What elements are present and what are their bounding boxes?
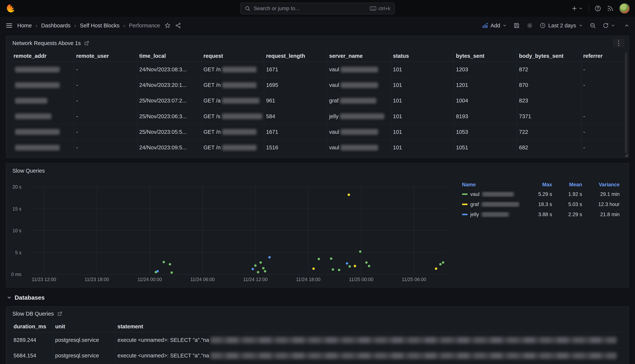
table-cell <box>12 62 74 77</box>
legend-series-name: vaul <box>462 192 520 197</box>
column-header[interactable]: body_bytes_sent <box>517 50 581 62</box>
grafana-logo-icon[interactable] <box>5 3 16 14</box>
scatter-point <box>169 263 171 266</box>
table-cell: - <box>74 78 137 93</box>
share-button[interactable] <box>175 22 181 28</box>
panel-title-slow-queries[interactable]: Slow Queries <box>12 168 45 174</box>
redacted-statement <box>210 352 616 359</box>
table-cell: 1053 <box>454 124 517 140</box>
table-header-row: remote_addrremote_usertime_localrequestr… <box>12 50 623 62</box>
table-cell: 24/Nov/2023:20:1... <box>137 78 202 93</box>
column-header[interactable]: duration_ms <box>12 321 53 332</box>
svg-text:11/23 12:00: 11/23 12:00 <box>32 277 56 282</box>
legend-col-max[interactable]: Max <box>520 182 552 188</box>
svg-text:0 ms: 0 ms <box>11 272 22 277</box>
refresh-button[interactable] <box>603 22 615 28</box>
mega-menu-toggle[interactable] <box>6 22 13 29</box>
legend-col-mean[interactable]: Mean <box>552 182 582 188</box>
table-cell: 1004 <box>454 93 517 108</box>
table-row: -25/Nov/2023:07:2...GET /a961graf1011004… <box>12 93 623 109</box>
table-cell <box>12 93 74 108</box>
table-cell: GET /s <box>202 109 264 124</box>
svg-text:11/25 00:00: 11/25 00:00 <box>349 277 373 282</box>
table-cell: - <box>74 109 137 124</box>
table-scrollbar[interactable] <box>625 52 627 153</box>
chevron-down-icon <box>579 6 583 10</box>
new-menu-button[interactable] <box>571 5 583 12</box>
scatter-point <box>318 258 320 260</box>
table-cell: 7371 <box>517 109 581 124</box>
panel-title-network-requests[interactable]: Network Requests Above 1s <box>12 40 81 46</box>
scatter-point <box>435 267 437 270</box>
column-header[interactable]: remote_addr <box>12 50 74 62</box>
search-icon <box>245 6 250 11</box>
table-cell: - <box>581 124 623 140</box>
scatter-point <box>359 250 362 253</box>
time-range-picker[interactable]: Last 2 days <box>540 22 583 29</box>
breadcrumb-dashboards[interactable]: Dashboards <box>41 22 70 29</box>
collapse-toolbar-button[interactable] <box>624 23 629 28</box>
redacted-value <box>15 145 60 150</box>
panel-title-slow-db-queries[interactable]: Slow DB Queries <box>12 311 54 317</box>
scatter-point <box>162 261 165 263</box>
redacted-value <box>340 82 378 88</box>
column-header[interactable]: request_length <box>264 50 327 62</box>
legend-col-variance[interactable]: Variance <box>582 182 620 188</box>
clock-icon <box>540 22 546 28</box>
table-cell: 1671 <box>264 62 327 77</box>
row-databases[interactable]: Databases <box>6 292 629 303</box>
table-cell: vaul <box>327 78 391 93</box>
toolbar-actions: Add Last 2 days <box>482 22 629 29</box>
scatter-plot[interactable]: 0 ms5 s10 s15 s20 s11/23 12:0011/23 18:0… <box>10 174 456 290</box>
scatter-point <box>348 265 351 268</box>
column-header[interactable]: request <box>202 50 264 62</box>
column-header[interactable]: server_name <box>327 50 391 62</box>
save-dashboard-button[interactable] <box>514 22 520 29</box>
external-link-icon[interactable] <box>57 311 62 316</box>
zoom-out-button[interactable] <box>590 22 596 29</box>
scatter-point <box>262 267 264 270</box>
panel-menu-kebab-icon[interactable]: ⋮ <box>613 39 624 47</box>
panel-resize-handle[interactable] <box>624 154 628 157</box>
table-cell: postgresql.service <box>53 332 116 348</box>
table-cell: - <box>74 93 137 108</box>
favorite-star-button[interactable] <box>164 22 170 28</box>
legend-row[interactable]: graf18.3 s5.03 s12.3 hour <box>462 199 620 210</box>
legend-max-value: 3.88 s <box>520 212 552 218</box>
column-header[interactable]: status <box>391 50 454 62</box>
time-range-label: Last 2 days <box>548 22 576 29</box>
column-header[interactable]: statement <box>116 321 623 332</box>
scatter-point <box>156 270 159 272</box>
add-panel-button[interactable]: Add <box>482 22 507 29</box>
panel-network-requests: Network Requests Above 1s ⋮ remote_addrr… <box>6 36 629 158</box>
scatter-point <box>442 261 444 264</box>
column-header[interactable]: referrer <box>581 50 623 62</box>
dashboard-settings-button[interactable] <box>526 22 533 29</box>
redacted-value <box>15 98 47 104</box>
legend-mean-value: 5.03 s <box>552 202 582 207</box>
dashboard-canvas: Network Requests Above 1s ⋮ remote_addrr… <box>0 36 635 364</box>
redacted-value <box>340 67 378 72</box>
news-rss-button[interactable] <box>607 5 614 12</box>
help-button[interactable] <box>594 5 601 12</box>
table-cell: - <box>74 62 137 77</box>
redacted-value <box>482 202 519 207</box>
column-header[interactable]: time_local <box>137 50 202 62</box>
column-header[interactable]: remote_user <box>74 50 137 62</box>
breadcrumb-folder[interactable]: Self Host Blocks <box>80 22 120 29</box>
external-link-icon[interactable] <box>84 40 89 46</box>
chevron-down-icon <box>502 24 507 28</box>
legend-row[interactable]: vaul5.29 s1.92 s29.1 min <box>462 189 620 199</box>
table-row: -24/Nov/2023:20:1...GET /n1695vaul101120… <box>12 78 623 93</box>
column-header[interactable]: bytes_sent <box>454 50 517 62</box>
legend-col-name[interactable]: Name <box>462 182 520 188</box>
column-header[interactable]: unit <box>53 321 116 332</box>
user-avatar[interactable] <box>619 3 630 14</box>
table-cell: vaul <box>327 124 391 140</box>
table-cell: - <box>581 62 623 77</box>
table-cell: 25/Nov/2023:06:3... <box>137 109 202 124</box>
breadcrumb-home[interactable]: Home <box>17 22 32 29</box>
add-label: Add <box>490 22 500 29</box>
search-input[interactable]: Search or jump to... ctrl+k <box>240 3 395 14</box>
legend-row[interactable]: jelly3.88 s2.29 s21.8 min <box>462 210 620 220</box>
